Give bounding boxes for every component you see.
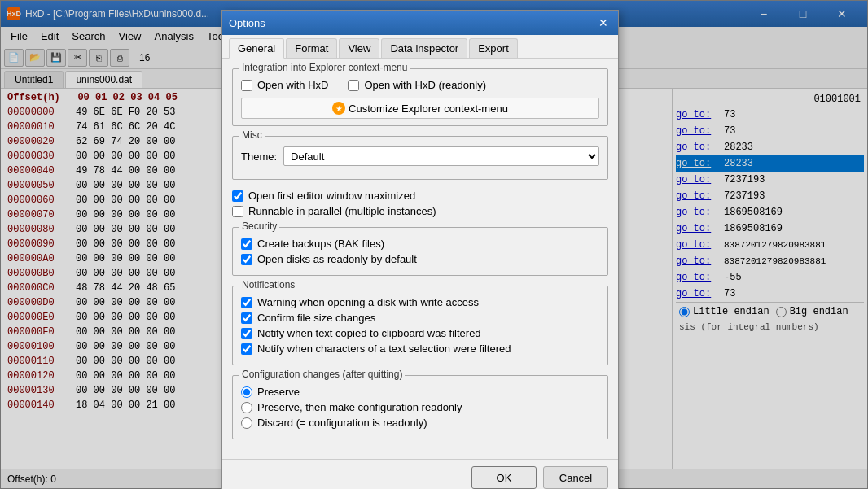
tab-general[interactable]: General bbox=[229, 38, 284, 59]
preserve-readonly-label[interactable]: Preserve, then make configuration readon… bbox=[241, 401, 599, 413]
dialog-title: Options bbox=[229, 17, 595, 29]
discard-radio[interactable] bbox=[241, 417, 252, 429]
cancel-button[interactable]: Cancel bbox=[543, 466, 608, 489]
preserve-label[interactable]: Preserve bbox=[241, 386, 599, 398]
dialog-tabs: General Format View Data inspector Expor… bbox=[222, 35, 618, 59]
parallel-label[interactable]: Runnable in parallel (multiple instances… bbox=[232, 205, 608, 217]
backup-label[interactable]: Create backups (BAK files) bbox=[241, 238, 599, 250]
tab-format[interactable]: Format bbox=[286, 38, 337, 58]
preserve-radio[interactable] bbox=[241, 386, 252, 398]
general-settings: Open first editor window maximized Runna… bbox=[232, 190, 608, 217]
parallel-checkbox[interactable] bbox=[232, 206, 243, 217]
clipboard-checkbox[interactable] bbox=[241, 328, 252, 339]
open-hxd-checkbox-label[interactable]: Open with HxD bbox=[241, 79, 328, 91]
customize-explorer-button[interactable]: ★ Customize Explorer context-menu bbox=[241, 98, 599, 119]
selection-checkbox[interactable] bbox=[241, 343, 252, 355]
disk-write-text: Warning when opening a disk with write a… bbox=[257, 296, 479, 308]
filesize-label[interactable]: Confirm file size changes bbox=[241, 312, 599, 324]
dialog-footer: OK Cancel bbox=[222, 459, 618, 489]
notifications-section: Notifications Warning when opening a dis… bbox=[232, 286, 608, 365]
config-section: Configuration changes (after quitting) P… bbox=[232, 375, 608, 439]
theme-select[interactable]: Default Dark Light bbox=[283, 146, 599, 166]
preserve-readonly-text: Preserve, then make configuration readon… bbox=[257, 401, 462, 413]
ok-button[interactable]: OK bbox=[471, 466, 537, 489]
security-section: Security Create backups (BAK files) Open… bbox=[232, 227, 608, 276]
selection-text: Notify when characters of a text selecti… bbox=[257, 343, 511, 355]
customize-label: Customize Explorer context-menu bbox=[349, 103, 508, 115]
tab-data-inspector[interactable]: Data inspector bbox=[381, 38, 467, 58]
dialog-overlay: Options ✕ General Format View Data inspe… bbox=[0, 0, 868, 489]
discard-text: Discard (= configuration is readonly) bbox=[257, 417, 427, 429]
filesize-text: Confirm file size changes bbox=[257, 312, 375, 324]
security-section-label: Security bbox=[239, 220, 279, 232]
disk-write-checkbox[interactable] bbox=[241, 297, 252, 308]
misc-section-label: Misc bbox=[239, 129, 265, 141]
tab-view[interactable]: View bbox=[339, 38, 379, 58]
explorer-section: Integration into Explorer context-menu O… bbox=[232, 68, 608, 126]
tab-export[interactable]: Export bbox=[469, 38, 518, 58]
options-dialog: Options ✕ General Format View Data inspe… bbox=[221, 10, 619, 489]
dialog-close-button[interactable]: ✕ bbox=[595, 15, 612, 31]
misc-section: Misc Theme: Default Dark Light bbox=[232, 136, 608, 180]
filesize-checkbox[interactable] bbox=[241, 312, 252, 324]
open-maximized-checkbox[interactable] bbox=[232, 190, 243, 202]
open-maximized-text: Open first editor window maximized bbox=[248, 190, 415, 202]
dialog-titlebar: Options ✕ bbox=[222, 11, 618, 35]
preserve-readonly-radio[interactable] bbox=[241, 402, 252, 413]
clipboard-label[interactable]: Notify when text copied to clipboard was… bbox=[241, 327, 599, 339]
parallel-text: Runnable in parallel (multiple instances… bbox=[248, 205, 436, 217]
clipboard-text: Notify when text copied to clipboard was… bbox=[257, 327, 481, 339]
selection-label[interactable]: Notify when characters of a text selecti… bbox=[241, 343, 599, 355]
config-section-label: Configuration changes (after quitting) bbox=[239, 369, 405, 380]
open-hxd-label: Open with HxD bbox=[257, 79, 328, 91]
readonly-disk-label[interactable]: Open disks as readonly by default bbox=[241, 253, 599, 265]
preserve-text: Preserve bbox=[257, 386, 300, 398]
readonly-disk-text: Open disks as readonly by default bbox=[257, 253, 417, 265]
open-hxd-checkbox[interactable] bbox=[241, 80, 252, 91]
customize-icon: ★ bbox=[332, 102, 345, 115]
explorer-section-label: Integration into Explorer context-menu bbox=[239, 62, 410, 73]
backup-checkbox[interactable] bbox=[241, 238, 252, 250]
open-maximized-label[interactable]: Open first editor window maximized bbox=[232, 190, 608, 202]
backup-text: Create backups (BAK files) bbox=[257, 238, 384, 250]
notifications-section-label: Notifications bbox=[239, 279, 297, 290]
open-readonly-checkbox[interactable] bbox=[348, 80, 359, 91]
discard-label[interactable]: Discard (= configuration is readonly) bbox=[241, 417, 599, 429]
open-readonly-checkbox-label[interactable]: Open with HxD (readonly) bbox=[348, 79, 486, 91]
readonly-disk-checkbox[interactable] bbox=[241, 254, 252, 265]
open-readonly-label: Open with HxD (readonly) bbox=[364, 79, 486, 91]
disk-write-label[interactable]: Warning when opening a disk with write a… bbox=[241, 296, 599, 308]
theme-label: Theme: bbox=[241, 151, 277, 163]
dialog-body: Integration into Explorer context-menu O… bbox=[222, 59, 618, 459]
